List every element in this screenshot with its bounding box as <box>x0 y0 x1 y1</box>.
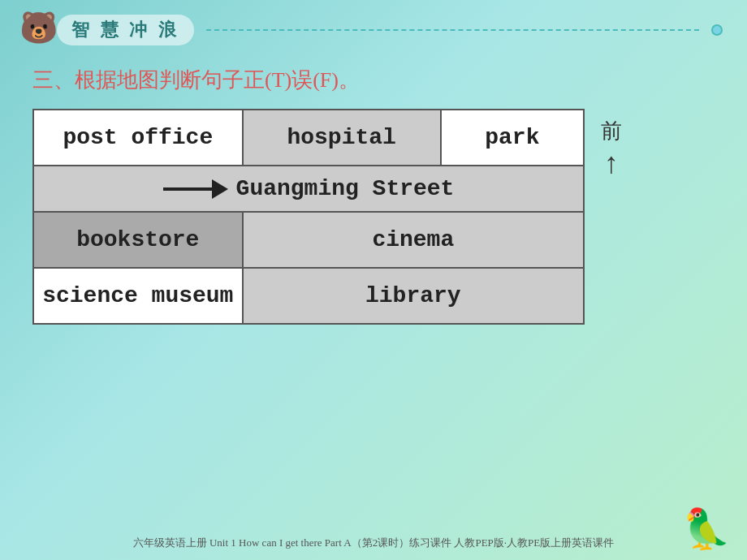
direction-label: 前 <box>601 117 622 145</box>
parrot-icon: 🦜 <box>682 506 731 552</box>
street-content: Guangming Street <box>34 176 583 201</box>
header-bar: 智 慧 冲 浪 <box>0 0 747 54</box>
bear-icon: 🐻 <box>19 10 58 45</box>
cell-post-office: post office <box>33 110 243 166</box>
hospital-label: hospital <box>244 110 440 165</box>
cell-park: park <box>441 110 584 166</box>
arrow-shaft <box>163 187 212 191</box>
cell-science-museum: science museum <box>33 268 243 324</box>
table-row: science museum library <box>33 268 584 324</box>
cell-cinema: cinema <box>243 212 584 268</box>
main-content: post office hospital park Guangming Stre… <box>0 109 747 325</box>
table-row: post office hospital park <box>33 110 584 166</box>
post-office-label: post office <box>34 110 242 165</box>
park-label: park <box>442 110 583 165</box>
bookstore-label: bookstore <box>34 213 242 267</box>
library-label: library <box>244 269 583 323</box>
direction-area: 前 ↑ <box>601 117 622 178</box>
cell-library: library <box>243 268 584 324</box>
table-row: bookstore cinema <box>33 212 584 268</box>
cell-street: Guangming Street <box>33 166 584 212</box>
title-text: 智 慧 冲 浪 <box>71 18 179 42</box>
title-badge: 智 慧 冲 浪 <box>57 15 194 45</box>
instruction-text: 三、根据地图判断句子正(T)误(F)。 <box>0 54 747 109</box>
direction-arrow-icon: ↑ <box>604 149 619 178</box>
arrow-head <box>212 179 228 199</box>
cinema-label: cinema <box>244 213 583 267</box>
cell-bookstore: bookstore <box>33 212 243 268</box>
table-row-street: Guangming Street <box>33 166 584 212</box>
arrow-line <box>163 179 228 199</box>
dot-decoration <box>711 24 723 36</box>
instruction-label: 三、根据地图判断句子正(T)误(F)。 <box>32 68 360 92</box>
science-museum-label: science museum <box>34 269 242 323</box>
cell-hospital: hospital <box>243 110 441 166</box>
footer-text: 六年级英语上册 Unit 1 How can I get there Part … <box>133 536 615 550</box>
dashed-line <box>206 29 700 31</box>
map-table: post office hospital park Guangming Stre… <box>32 109 585 325</box>
street-label: Guangming Street <box>236 176 455 201</box>
